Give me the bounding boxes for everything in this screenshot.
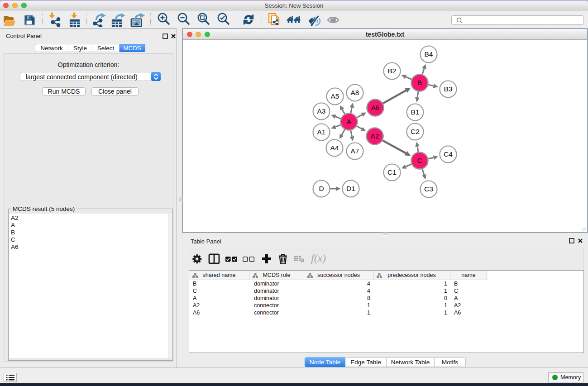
svg-text:B3: B3 (444, 85, 453, 93)
svg-text:A5: A5 (331, 92, 339, 100)
svg-text:D1: D1 (346, 185, 355, 192)
svg-text:C1: C1 (387, 168, 397, 176)
svg-text:A3: A3 (317, 107, 326, 115)
svg-text:B2: B2 (388, 67, 397, 75)
svg-text:A8: A8 (351, 89, 359, 96)
svg-text:B1: B1 (411, 108, 420, 116)
svg-text:A1: A1 (317, 128, 326, 136)
svg-text:C3: C3 (424, 185, 433, 193)
svg-text:B: B (417, 79, 422, 86)
svg-text:A6: A6 (371, 104, 380, 111)
svg-text:C: C (417, 157, 422, 164)
svg-text:B4: B4 (425, 50, 433, 58)
svg-text:A: A (347, 118, 352, 125)
svg-text:D: D (319, 185, 324, 192)
svg-text:A7: A7 (351, 147, 359, 155)
svg-text:A2: A2 (371, 132, 379, 140)
svg-text:C4: C4 (444, 150, 453, 158)
svg-text:A4: A4 (330, 144, 339, 152)
svg-text:C2: C2 (411, 128, 420, 135)
